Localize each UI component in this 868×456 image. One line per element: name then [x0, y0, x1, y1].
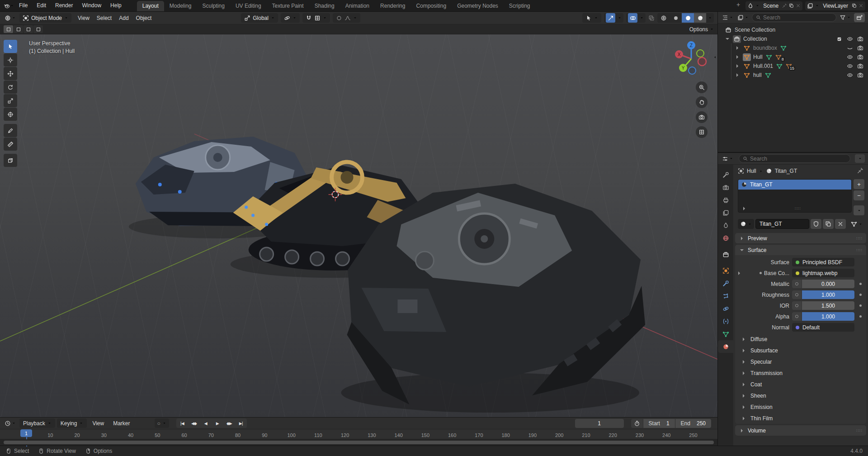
hidden-viewport-toggle[interactable] [844, 45, 855, 51]
add-workspace-button[interactable]: + [733, 0, 744, 11]
material-name-field[interactable]: Titan_GT [755, 219, 809, 229]
snap-controls[interactable] [302, 13, 330, 23]
expand-icon[interactable] [734, 46, 741, 50]
value-slider[interactable]: 1.500 [802, 301, 854, 310]
properties-search[interactable] [739, 154, 850, 163]
value-slider[interactable]: 0.000 [802, 280, 854, 288]
current-frame-field[interactable]: 1 [575, 419, 624, 428]
properties-tab[interactable] [718, 181, 733, 194]
workspace-tab[interactable]: Sculpting [197, 1, 230, 11]
workspace-tab[interactable]: Shading [309, 1, 340, 11]
new-scene-icon[interactable] [789, 3, 794, 8]
outliner-row[interactable]: Hull 8 [718, 52, 868, 62]
animate-decorator[interactable] [859, 294, 862, 296]
chevron-down-icon[interactable] [708, 16, 712, 20]
hide-viewport-toggle[interactable] [844, 36, 855, 42]
animate-decorator[interactable] [859, 304, 862, 307]
transport-button[interactable]: ◆▶ [223, 418, 235, 428]
workspace-tab[interactable]: Texture Paint [267, 1, 309, 11]
measure-tool[interactable] [4, 138, 17, 151]
outliner-search-input[interactable] [763, 14, 832, 21]
disable-render-toggle[interactable] [855, 36, 865, 42]
properties-tab[interactable] [718, 277, 733, 290]
workspace-tab[interactable]: Scripting [504, 1, 536, 11]
animate-decorator[interactable] [859, 315, 862, 318]
properties-options-button[interactable] [855, 154, 865, 163]
pan-button[interactable] [696, 96, 708, 108]
workspace-tab[interactable]: UV Editing [230, 1, 267, 11]
drag-grip-icon[interactable]: ∷∷ [857, 248, 863, 252]
menubar-item[interactable]: File [14, 0, 32, 11]
frame-start-field[interactable]: Start1 [643, 419, 675, 428]
chevron-down-icon[interactable] [618, 16, 622, 20]
disable-render-toggle[interactable] [855, 45, 865, 51]
viewport-menu-item[interactable]: Add [115, 15, 132, 21]
texture-socket-button[interactable] [792, 290, 802, 299]
add-cube-tool[interactable] [4, 154, 17, 167]
drag-grip-icon[interactable]: ∷∷ [857, 428, 863, 433]
camera-view-button[interactable] [696, 111, 708, 123]
new-collection-button[interactable] [854, 13, 865, 22]
transport-button[interactable]: |◀ [176, 418, 188, 428]
workspace-tab[interactable]: Compositing [410, 1, 452, 11]
new-material-button[interactable] [823, 219, 834, 229]
show-gizmo-button[interactable] [606, 13, 615, 23]
properties-tab[interactable] [718, 219, 733, 232]
transform-orientation-dropdown[interactable]: Global [241, 13, 278, 23]
subsection-header[interactable]: Emission [735, 401, 866, 413]
rotate-tool[interactable] [4, 81, 17, 94]
proportional-edit-controls[interactable] [333, 13, 360, 23]
texture-socket-button[interactable] [792, 301, 802, 310]
properties-tab[interactable] [718, 302, 733, 315]
value-dropdown[interactable]: Default [792, 323, 854, 332]
select-mode-button[interactable] [33, 25, 43, 33]
navigation-gizmo[interactable]: Z X Y [672, 40, 710, 78]
material-slot-active[interactable]: Titan_GT [738, 180, 851, 190]
value-slider[interactable]: 1.000 [802, 290, 854, 299]
checkbox-icon[interactable] [834, 36, 844, 42]
outliner-row[interactable]: Collection [718, 34, 868, 43]
select-box-tool[interactable] [4, 40, 17, 53]
outliner-row[interactable]: hull [718, 71, 868, 80]
add-slot-button[interactable]: + [854, 179, 864, 189]
viewport-menu-item[interactable]: View [74, 15, 93, 21]
properties-tab[interactable] [718, 206, 733, 219]
blender-logo-icon[interactable] [3, 0, 14, 11]
select-mode-button[interactable] [14, 25, 23, 33]
material-preview-button[interactable] [682, 13, 694, 23]
value-slider[interactable]: 1.000 [802, 312, 854, 321]
transport-button[interactable]: ◀◆ [188, 418, 200, 428]
properties-editor-type-button[interactable] [721, 156, 734, 162]
workspace-tab[interactable]: Rendering [375, 1, 410, 11]
properties-tab[interactable] [718, 264, 733, 277]
show-overlays-button[interactable] [628, 13, 637, 23]
solid-shading-button[interactable] [670, 13, 682, 23]
move-tool[interactable] [4, 67, 17, 80]
xray-toggle-icon[interactable] [648, 15, 655, 21]
orthographic-toggle-button[interactable] [696, 126, 708, 138]
unlink-material-button[interactable] [835, 219, 846, 229]
timeline-menu-item[interactable]: View [89, 418, 108, 428]
properties-tab[interactable] [718, 340, 733, 353]
use-preview-range-button[interactable] [631, 419, 643, 428]
value-dropdown[interactable]: lightmap.webp [792, 269, 854, 277]
workspace-tab[interactable]: Modeling [164, 1, 197, 11]
zoom-button[interactable] [696, 81, 708, 93]
menubar-item[interactable]: Help [106, 0, 126, 11]
preview-panel-header[interactable]: Preview ∷∷ [735, 233, 866, 243]
properties-tab[interactable] [718, 315, 733, 328]
menubar-item[interactable]: Render [51, 0, 77, 11]
auto-keying-toggle[interactable]: ○ [155, 418, 169, 428]
scene-selector[interactable]: Scene [745, 1, 802, 10]
timeline-editor-type-button[interactable] [4, 420, 17, 427]
viewport-menu-item[interactable]: Select [93, 15, 115, 21]
transport-button[interactable]: ▶| [235, 418, 247, 428]
scale-tool[interactable] [4, 94, 17, 107]
outliner-row[interactable]: boundbox [718, 43, 868, 52]
disable-render-toggle[interactable] [855, 72, 865, 78]
properties-tab[interactable] [718, 194, 733, 206]
surface-panel-header[interactable]: Surface ∷∷ [735, 245, 866, 255]
chevron-down-icon[interactable] [640, 16, 644, 20]
animate-decorator[interactable] [859, 283, 862, 285]
timeline-menu-item[interactable]: Keying [57, 418, 87, 428]
